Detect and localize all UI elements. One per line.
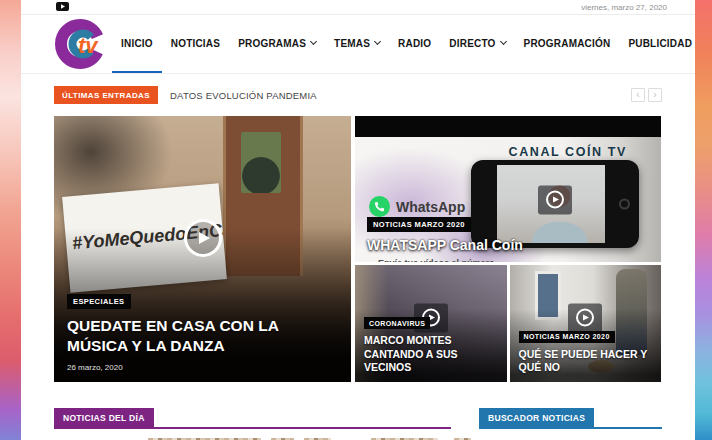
play-icon (576, 309, 594, 327)
ticker-arrows: ‹ › (631, 88, 662, 102)
nav-directo[interactable]: DIRECTO (440, 15, 514, 73)
nav-label: INICIO (121, 38, 153, 49)
section-news-search: BUSCADOR NOTICIAS marzo 2020 (479, 408, 662, 440)
featured-bottom-row: CORONAVIRUS MARCO MONTES CANTANDO A SUS … (355, 265, 661, 382)
play-icon (199, 232, 210, 244)
section-header: BUSCADOR NOTICIAS (479, 408, 662, 429)
nav-label: RADIO (398, 38, 431, 49)
category-badge[interactable]: CORONAVIRUS (364, 317, 430, 329)
featured-article-whatsapp[interactable]: CANAL COÍN TV WhatsApp NOTICIA (355, 116, 661, 262)
chevron-down-icon (310, 38, 317, 45)
current-date: viernes, marzo 27, 2020 (581, 3, 667, 12)
site-logo[interactable]: tv (54, 17, 112, 75)
nav-label: PUBLICIDAD (628, 38, 692, 49)
photo-letterbox-bar (355, 116, 661, 137)
featured-right-column: CANAL COÍN TV WhatsApp NOTICIA (355, 116, 661, 382)
nav-label: PROGRAMACIÓN (524, 38, 611, 49)
category-badge[interactable]: ESPECIALES (67, 294, 131, 309)
nav-noticias[interactable]: NOTICIAS (162, 15, 229, 73)
latest-entries-badge: ÚLTIMAS ENTRADAS (54, 86, 158, 104)
featured-grid: #YoMeQuedoEnCasa ESPECIALES QUEDATE EN C… (54, 116, 662, 382)
main-nav: INICIO NOTICIAS PROGRAMAS TEMAS RADIO DI… (112, 15, 695, 73)
featured-article-main[interactable]: #YoMeQuedoEnCasa ESPECIALES QUEDATE EN C… (54, 116, 351, 382)
chevron-down-icon (374, 38, 381, 45)
bottom-sections: NOTICIAS DEL DÍA BUSCADOR NOTICIAS marzo… (54, 408, 662, 440)
nav-label: NOTICIAS (171, 38, 220, 49)
article-caption: NOTICIAS MARZO 2020 QUÉ SE PUEDE HACER Y… (519, 325, 654, 375)
site-header: tv INICIO NOTICIAS PROGRAMAS TEMAS RADIO (21, 15, 695, 74)
article-date: 26 marzo, 2020 (67, 363, 339, 372)
nav-programas[interactable]: PROGRAMAS (229, 15, 325, 73)
background-gradient-right (695, 0, 712, 440)
logo-tv-text: tv (78, 33, 99, 58)
play-button[interactable] (538, 185, 572, 214)
section-header: NOTICIAS DEL DÍA (54, 408, 451, 429)
section-news-of-day: NOTICIAS DEL DÍA (54, 408, 451, 440)
news-ticker: ÚLTIMAS ENTRADAS DATOS EVOLUCIÓN PANDEMI… (54, 86, 662, 104)
nav-label: DIRECTO (449, 38, 495, 49)
phone-home-button (619, 199, 630, 210)
image-heading: CANAL COÍN TV (509, 145, 628, 159)
article-title[interactable]: MARCO MONTES CANTANDO A SUS VECINOS (364, 334, 499, 375)
article-title[interactable]: QUÉ SE PUEDE HACER Y QUÉ NO (519, 348, 654, 375)
article-caption: NOTICIAS MARZO 2020 WHATSAPP Canal Coín … (367, 213, 651, 262)
ticker-headline[interactable]: DATOS EVOLUCIÓN PANDEMIA (170, 90, 317, 101)
top-bar: viernes, marzo 27, 2020 (21, 0, 695, 15)
article-excerpt: Envía tus vídeos al número (367, 258, 651, 262)
youtube-icon[interactable] (56, 2, 69, 12)
nav-publicidad[interactable]: PUBLICIDAD (619, 15, 695, 73)
article-caption: CORONAVIRUS MARCO MONTES CANTANDO A SUS … (364, 312, 499, 375)
section-title-badge: NOTICIAS DEL DÍA (54, 408, 154, 427)
category-badge[interactable]: NOTICIAS MARZO 2020 (519, 331, 615, 343)
ticker-prev-button[interactable]: ‹ (631, 88, 645, 102)
article-caption: ESPECIALES QUEDATE EN CASA CON LA MÚSICA… (67, 290, 339, 372)
nav-temas[interactable]: TEMAS (325, 15, 389, 73)
article-title[interactable]: QUEDATE EN CASA CON LA MÚSICA Y LA DANZA (67, 316, 319, 356)
play-icon (546, 191, 564, 209)
nav-label: TEMAS (334, 38, 370, 49)
nav-programacion[interactable]: PROGRAMACIÓN (515, 15, 620, 73)
nav-radio[interactable]: RADIO (389, 15, 440, 73)
featured-article-coronavirus[interactable]: CORONAVIRUS MARCO MONTES CANTANDO A SUS … (355, 265, 507, 382)
play-button[interactable] (184, 219, 222, 257)
article-title[interactable]: WHATSAPP Canal Coín (367, 237, 651, 253)
page: viernes, marzo 27, 2020 tv INICIO NOTICI… (21, 0, 695, 440)
background-gradient-left (0, 0, 21, 440)
nav-inicio[interactable]: INICIO (112, 15, 162, 73)
featured-article-rules[interactable]: NOTICIAS MARZO 2020 QUÉ SE PUEDE HACER Y… (510, 265, 662, 382)
chevron-down-icon (500, 38, 507, 45)
section-title-badge: BUSCADOR NOTICIAS (479, 408, 594, 427)
ticker-next-button[interactable]: › (648, 88, 662, 102)
category-badge[interactable]: NOTICIAS MARZO 2020 (367, 217, 471, 232)
totoro-poster (241, 132, 281, 193)
nav-label: PROGRAMAS (238, 38, 306, 49)
